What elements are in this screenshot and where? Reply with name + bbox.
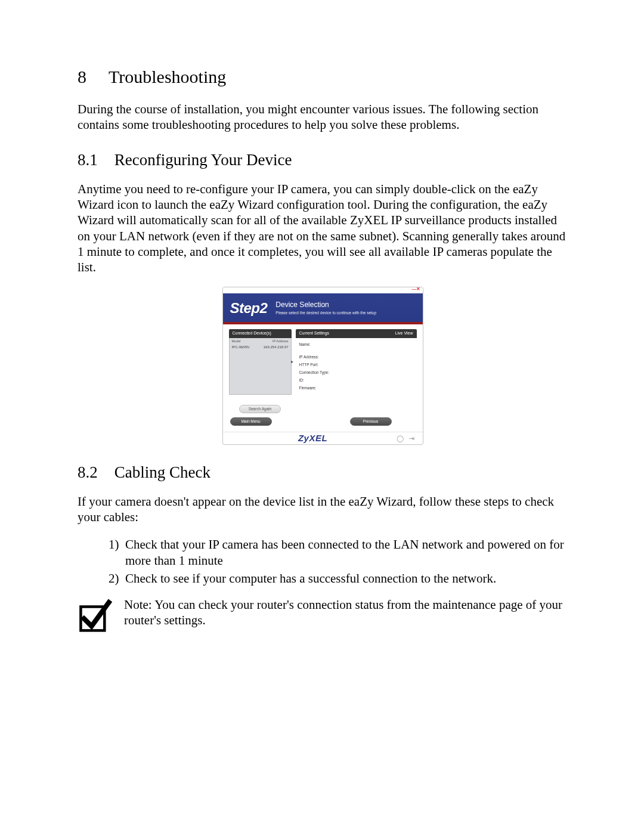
main-menu-button[interactable]: Main Menu xyxy=(230,417,272,426)
wizard-right-column: ▸ Current Settings Live View Name: IP Ad… xyxy=(296,329,417,414)
wizard-footer: ZyXEL ◯ ⇥ xyxy=(223,432,423,444)
subsection-number: 8.1 xyxy=(78,150,110,171)
subsection-2-body: If your camera doesn't appear on the dev… xyxy=(78,494,566,525)
connected-devices-header: Connected Device(s) xyxy=(229,329,292,338)
col-ip: IP Address xyxy=(273,339,289,344)
current-settings-header: Current Settings Live View xyxy=(296,329,417,338)
wizard-screenshot: — ✕ Step2 Device Selection Please select… xyxy=(222,287,422,445)
col-model: Model xyxy=(232,339,241,344)
list-item: Check that your IP camera has been conne… xyxy=(109,537,566,568)
arrow-right-icon: ▸ xyxy=(291,359,293,365)
device-list[interactable]: Model IP Address IPC-3605N 169.254.218.9… xyxy=(229,338,292,395)
wizard-left-column: Connected Device(s) Model IP Address IPC… xyxy=(229,329,292,414)
wizard-banner-text: Device Selection Please select the desir… xyxy=(275,299,376,315)
wizard-titlebar: — ✕ xyxy=(223,287,423,293)
footer-icons: ◯ ⇥ xyxy=(397,435,416,443)
subsection-heading-2: 8.2 Cabling Check xyxy=(78,463,566,483)
subsection-title: Cabling Check xyxy=(114,463,210,481)
subsection-number: 8.2 xyxy=(78,463,110,483)
wizard-title: Device Selection xyxy=(275,301,376,309)
close-icon[interactable]: — ✕ xyxy=(411,287,420,292)
row-ip: 169.254.218.97 xyxy=(264,345,289,349)
subsection-title: Reconfiguring Your Device xyxy=(114,151,292,169)
previous-button[interactable]: Previous xyxy=(350,417,392,426)
section-title: Troubleshooting xyxy=(109,67,226,86)
wizard-button-row: Main Menu Previous xyxy=(229,417,417,426)
settings-panel: Name: IP Address: HTTP Port: Connection … xyxy=(296,338,417,404)
field-http: HTTP Port: xyxy=(299,361,413,368)
steps-list: Check that your IP camera has been conne… xyxy=(109,537,566,586)
note-text: Note: You can check your router's connec… xyxy=(124,597,566,628)
section-number: 8 xyxy=(78,66,104,88)
wizard-subtitle: Please select the desired device to cont… xyxy=(275,311,376,315)
field-ip: IP Address: xyxy=(299,353,413,361)
checkmark-icon xyxy=(78,598,112,633)
row-model: IPC-3605N xyxy=(232,345,250,349)
live-view-label: Live View xyxy=(395,331,413,336)
device-list-row[interactable]: IPC-3605N 169.254.218.97 xyxy=(232,345,289,349)
section-heading: 8 Troubleshooting xyxy=(78,66,566,88)
search-again-button[interactable]: Search Again xyxy=(239,405,281,413)
note-block: Note: You can check your router's connec… xyxy=(78,597,566,633)
wizard-window: — ✕ Step2 Device Selection Please select… xyxy=(222,287,423,445)
wizard-banner: Step2 Device Selection Please select the… xyxy=(223,293,423,324)
device-list-header: Model IP Address xyxy=(232,339,289,345)
field-conn: Connection Type: xyxy=(299,368,413,376)
document-page: 8 Troubleshooting During the course of i… xyxy=(0,0,644,833)
connected-devices-label: Connected Device(s) xyxy=(233,331,271,336)
subsection-heading-1: 8.1 Reconfiguring Your Device xyxy=(78,150,566,171)
field-id: ID: xyxy=(299,376,413,384)
current-settings-label: Current Settings xyxy=(299,331,330,336)
field-name: Name: xyxy=(299,340,413,348)
section-intro: During the course of installation, you m… xyxy=(78,101,566,133)
subsection-1-body: Anytime you need to re-configure your IP… xyxy=(78,181,566,275)
wizard-body: Connected Device(s) Model IP Address IPC… xyxy=(223,324,423,432)
list-item: Check to see if your computer has a succ… xyxy=(109,571,566,586)
field-fw: Firmware: xyxy=(299,384,413,392)
brand-logo: ZyXEL xyxy=(298,433,327,444)
wizard-step-label: Step2 xyxy=(230,299,268,317)
